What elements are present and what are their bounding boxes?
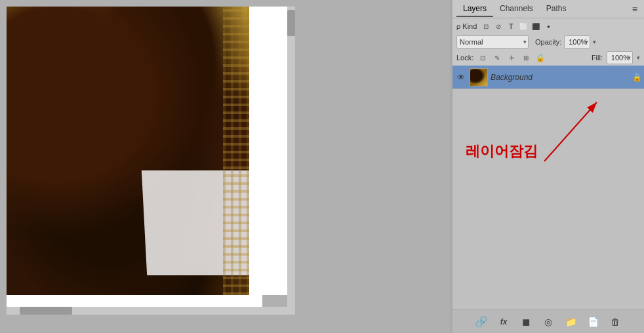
canvas-wrapper <box>7 7 295 315</box>
panel-menu-icon[interactable]: ≡ <box>630 3 640 16</box>
filter-icon-type[interactable]: T <box>506 21 516 31</box>
filter-icon-selected[interactable]: ● <box>543 21 553 31</box>
layers-panel: Layers Channels Paths ≡ ρ Kind ⊡ ⊘ T ⬜ ⬛… <box>453 0 644 333</box>
layer-thumb-inner <box>470 69 487 86</box>
fill-select-wrapper[interactable] <box>607 51 633 64</box>
layer-list: 👁 Background 🔒 레이어잠김 <box>453 66 644 309</box>
filter-icon-smart[interactable]: ⬛ <box>531 21 541 31</box>
svg-line-1 <box>544 102 597 161</box>
canvas-image <box>7 7 262 295</box>
lock-image-icon[interactable]: ✎ <box>492 52 502 63</box>
opacity-chevron[interactable]: ▾ <box>593 39 596 45</box>
filter-icon-adjust[interactable]: ⊘ <box>493 21 504 31</box>
panel-tabs: Layers Channels Paths ≡ <box>453 0 644 18</box>
lock-row: Lock: ⊡ ✎ ✛ ⊞ 🔒 Fill: ▾ <box>453 50 644 66</box>
tabs-container: Layers Channels Paths <box>456 1 573 17</box>
opacity-input[interactable] <box>564 35 590 49</box>
canvas-scrollbar[interactable] <box>287 7 295 315</box>
filter-icons: ⊡ ⊘ T ⬜ ⬛ ● <box>481 21 553 31</box>
canvas-bottom-scrollbar-thumb[interactable] <box>20 307 72 315</box>
opacity-select-wrapper[interactable] <box>564 35 590 49</box>
footer-mask-button[interactable]: ◼ <box>519 315 533 328</box>
canvas-bottom-scrollbar[interactable] <box>7 307 287 315</box>
filter-icon-pixel[interactable]: ⊡ <box>481 21 491 31</box>
layer-visibility-icon[interactable]: 👁 <box>455 71 467 83</box>
tab-layers[interactable]: Layers <box>456 1 493 17</box>
lock-pixels-icon[interactable]: ⊡ <box>477 52 488 63</box>
panel-footer: 🔗 fx ◼ ◎ 📁 📄 🗑 <box>453 309 644 333</box>
fill-input[interactable] <box>607 51 633 64</box>
tab-channels[interactable]: Channels <box>493 1 540 17</box>
footer-new-layer-button[interactable]: 📄 <box>586 315 599 328</box>
filter-label: ρ Kind <box>456 22 477 30</box>
canvas-scrollbar-thumb[interactable] <box>287 10 295 36</box>
lock-position-icon[interactable]: ✛ <box>506 52 517 63</box>
tab-paths[interactable]: Paths <box>540 1 573 17</box>
annotation-area: 레이어잠김 <box>453 89 644 233</box>
fill-chevron[interactable]: ▾ <box>637 54 640 61</box>
filter-icon-shape[interactable]: ⬜ <box>518 21 529 31</box>
blend-mode-select-wrapper[interactable]: Normal Multiply Screen Overlay <box>456 35 529 49</box>
fill-label: Fill: <box>592 54 603 62</box>
footer-adjustment-button[interactable]: ◎ <box>542 315 555 328</box>
canvas-image-inner <box>7 7 262 295</box>
lock-artboard-icon[interactable]: ⊞ <box>521 52 531 63</box>
lock-label: Lock: <box>456 54 473 62</box>
filter-row: ρ Kind ⊡ ⊘ T ⬜ ⬛ ● <box>453 18 644 34</box>
blend-mode-select[interactable]: Normal Multiply Screen Overlay <box>456 35 529 49</box>
footer-delete-button[interactable]: 🗑 <box>609 315 622 328</box>
annotation-text: 레이어잠김 <box>466 142 538 161</box>
layer-item-background[interactable]: 👁 Background 🔒 <box>453 66 644 89</box>
layer-name: Background <box>491 73 630 82</box>
layer-thumbnail <box>470 68 488 87</box>
footer-effects-button[interactable]: fx <box>497 315 510 328</box>
opacity-label: Opacity: <box>535 38 561 46</box>
blend-mode-row: Normal Multiply Screen Overlay Opacity: … <box>453 34 644 50</box>
footer-group-button[interactable]: 📁 <box>564 315 577 328</box>
lock-all-icon[interactable]: 🔒 <box>535 52 546 63</box>
annotation-arrow-svg <box>505 96 636 174</box>
canvas-area <box>0 0 450 333</box>
footer-link-button[interactable]: 🔗 <box>475 315 488 328</box>
layer-lock-icon: 🔒 <box>632 73 641 82</box>
